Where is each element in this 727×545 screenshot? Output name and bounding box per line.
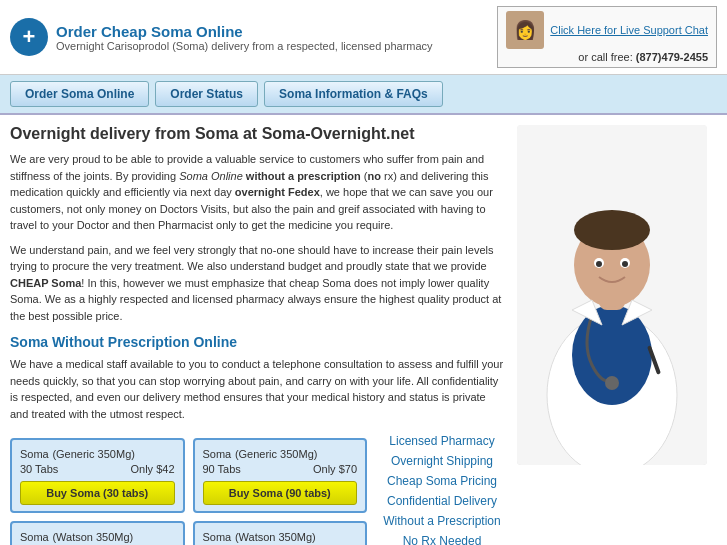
header-title-block: Order Cheap Soma Online Overnight Cariso… — [56, 23, 433, 52]
product-card-generic-90: Soma (Generic 350Mg) 90 Tabs Only $70 Bu… — [193, 438, 368, 513]
product-info-2: 90 Tabs Only $70 — [203, 463, 358, 475]
product-grid: Soma (Generic 350Mg) 30 Tabs Only $42 Bu… — [10, 438, 367, 545]
intro-para-2: We understand pain, and we feel very str… — [10, 242, 507, 325]
feature-no-prescription[interactable]: Without a Prescription — [377, 514, 507, 528]
nav-soma-info[interactable]: Soma Information & FAQs — [264, 81, 443, 107]
product-title-3: Soma (Watson 350Mg) — [20, 529, 175, 544]
svg-point-8 — [596, 261, 602, 267]
header: Order Cheap Soma Online Overnight Cariso… — [0, 0, 727, 75]
features-list: Licensed Pharmacy Overnight Shipping Che… — [377, 430, 507, 545]
header-left: Order Cheap Soma Online Overnight Cariso… — [10, 18, 433, 56]
feature-no-rx[interactable]: No Rx Needed — [377, 534, 507, 545]
feature-confidential[interactable]: Confidential Delivery — [377, 494, 507, 508]
support-avatar: 👩 — [506, 11, 544, 49]
product-title-1: Soma (Generic 350Mg) — [20, 446, 175, 461]
section-title: Soma Without Prescription Online — [10, 334, 507, 350]
product-card-watson-90: Soma (Watson 350Mg) 90 Tabs Only $75! Or… — [193, 521, 368, 545]
svg-point-9 — [622, 261, 628, 267]
sidebar — [517, 125, 717, 545]
header-support-box: 👩 Click Here for Live Support Chat or ca… — [497, 6, 717, 68]
support-link[interactable]: Click Here for Live Support Chat — [550, 24, 708, 36]
main-content: Overnight delivery from Soma at Soma-Ove… — [0, 115, 727, 545]
svg-point-10 — [605, 376, 619, 390]
nav-order-status[interactable]: Order Status — [155, 81, 258, 107]
product-info-1: 30 Tabs Only $42 — [20, 463, 175, 475]
svg-point-5 — [574, 210, 650, 250]
content-area: Overnight delivery from Soma at Soma-Ove… — [10, 125, 507, 545]
page-title: Overnight delivery from Soma at Soma-Ove… — [10, 125, 507, 143]
buy-soma-30-btn[interactable]: Buy Soma (30 tabs) — [20, 481, 175, 505]
site-title: Order Cheap Soma Online — [56, 23, 433, 40]
doctor-image — [517, 125, 707, 465]
phone-text: or call free: (877)479-2455 — [578, 51, 708, 63]
nav-bar: Order Soma Online Order Status Soma Info… — [0, 75, 727, 115]
site-logo — [10, 18, 48, 56]
intro-para-1: We are very proud to be able to provide … — [10, 151, 507, 234]
product-title-2: Soma (Generic 350Mg) — [203, 446, 358, 461]
buy-soma-90-btn[interactable]: Buy Soma (90 tabs) — [203, 481, 358, 505]
product-title-4: Soma (Watson 350Mg) — [203, 529, 358, 544]
product-card-generic-30: Soma (Generic 350Mg) 30 Tabs Only $42 Bu… — [10, 438, 185, 513]
nav-order-soma[interactable]: Order Soma Online — [10, 81, 149, 107]
feature-licensed[interactable]: Licensed Pharmacy — [377, 434, 507, 448]
feature-shipping[interactable]: Overnight Shipping — [377, 454, 507, 468]
intro-para-3: We have a medical staff available to you… — [10, 356, 507, 422]
site-subtitle: Overnight Carisoprodol (Soma) delivery f… — [56, 40, 433, 52]
feature-pricing[interactable]: Cheap Soma Pricing — [377, 474, 507, 488]
product-card-watson-30: Soma (Watson 350Mg) 30 Tabs Only $50! Or… — [10, 521, 185, 545]
